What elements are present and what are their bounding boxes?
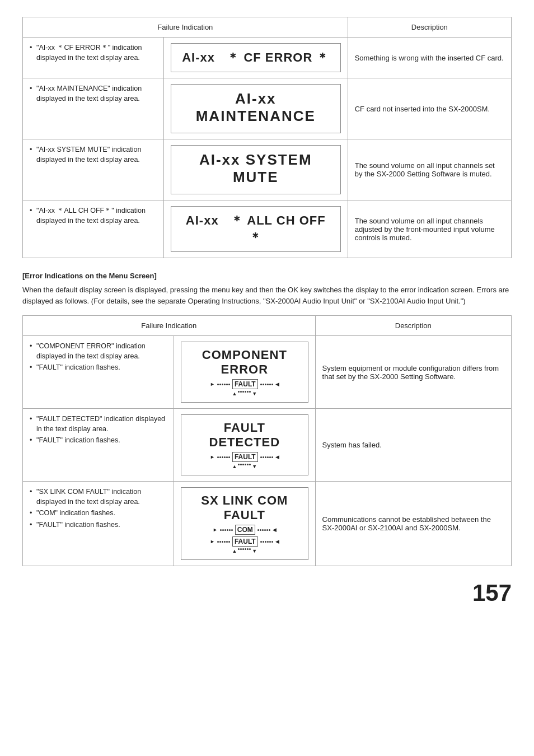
dots-left: [217, 456, 230, 458]
sx-link-display-cell: SX LINK COM FAULT ► COM: [174, 482, 315, 566]
fault-detected-title: FAULT DETECTED: [189, 421, 299, 450]
maintenance-display-cell: AI-xx MAINTENANCE: [163, 78, 348, 139]
sx-link-com-row: ► COM: [189, 525, 299, 535]
sx-link-title: SX LINK COM FAULT: [189, 493, 299, 522]
sx-link-bullets: "SX LINK COM FAULT" indication displayed…: [30, 487, 167, 530]
fault-label: FAULT: [232, 379, 258, 389]
cf-error-description: Something is wrong with the inserted CF …: [348, 38, 511, 78]
error-menu-description: When the default display screen is displ…: [22, 284, 512, 306]
bullet-item: "SX LINK COM FAULT" indication displayed…: [30, 487, 167, 507]
table-row: "AI-xx MAINTENANCE" indication displayed…: [23, 78, 512, 139]
maintenance-description: CF card not inserted into the SX-2000SM.: [348, 78, 511, 139]
system-mute-line1: AI-xx SYSTEM MUTE: [179, 151, 332, 186]
component-error-display-box: COMPONENT ERROR ► FAULT: [181, 342, 308, 403]
fault-detected-indicator-cell: "FAULT DETECTED" indication displayed in…: [23, 409, 174, 482]
dots-right: [260, 541, 273, 543]
bottom-table-failure-header: Failure Indication: [23, 316, 316, 336]
table-row: "AI-xx ＊CF ERROR＊" indication displayed …: [23, 38, 512, 78]
sx-link-indicator-cell: "SX LINK COM FAULT" indication displayed…: [23, 482, 174, 566]
dots-right: [260, 456, 273, 458]
cf-error-line1: AI-xx ＊ CF ERROR ＊: [182, 50, 329, 64]
arrow-left-icon: ►: [210, 454, 215, 460]
table-row: "AI-xx ＊ALL CH OFF＊" indication displaye…: [23, 200, 512, 258]
fault-detected-description: System has failed.: [315, 409, 511, 482]
table-row: "COMPONENT ERROR" indication displayed i…: [23, 336, 512, 409]
bottom-table-description-header: Description: [315, 316, 511, 336]
bottom-arrow-right-icon: ▼: [252, 464, 257, 469]
arrow-left-icon: ►: [213, 527, 218, 533]
bottom-arrow-left-icon: ▲: [232, 548, 237, 554]
component-error-title: COMPONENT ERROR: [189, 348, 299, 377]
sx-link-description: Communications cannot be established bet…: [315, 482, 511, 566]
fault-detected-bullets: "FAULT DETECTED" indication displayed in…: [30, 414, 167, 446]
arrow-left-icon: ►: [210, 539, 215, 544]
system-mute-description: The sound volume on all input channels s…: [348, 139, 511, 200]
table-row: "FAULT DETECTED" indication displayed in…: [23, 409, 512, 482]
dots-right: [257, 529, 270, 531]
error-menu-section: [Error Indications on the Menu Screen] W…: [22, 272, 512, 306]
top-table-failure-header: Failure Indication: [23, 17, 348, 38]
fault-label: FAULT: [232, 536, 258, 547]
bullet-item: "AI-xx SYSTEM MUTE" indication displayed…: [30, 145, 157, 165]
arrow-right-icon: ◀: [275, 454, 279, 460]
bottom-arrow-right-icon: ▼: [252, 548, 257, 554]
arrow-right-icon: ◀: [275, 539, 279, 544]
bottom-arrow-left-icon: ▲: [232, 391, 237, 396]
all-ch-off-display-box: AI-xx ＊ ALL CH OFF ＊: [171, 206, 341, 252]
bottom-dots: [238, 548, 251, 554]
cf-error-display-cell: AI-xx ＊ CF ERROR ＊: [163, 38, 348, 78]
all-ch-off-line1: AI-xx ＊ ALL CH OFF ＊: [186, 213, 326, 244]
dots-left: [220, 529, 233, 531]
fault-detected-display-cell: FAULT DETECTED ► FAULT: [174, 409, 315, 482]
maintenance-bullets: "AI-xx MAINTENANCE" indication displayed…: [30, 84, 157, 104]
bottom-arrow-right-icon: ▼: [252, 391, 257, 396]
dots-left: [217, 541, 230, 543]
bullet-item: "COMPONENT ERROR" indication displayed i…: [30, 342, 167, 361]
bullet-item: "FAULT" indication flashes.: [30, 436, 167, 446]
cf-error-bullets: "AI-xx ＊CF ERROR＊" indication displayed …: [30, 43, 157, 63]
cf-error-indicator-cell: "AI-xx ＊CF ERROR＊" indication displayed …: [23, 38, 164, 78]
bullet-item: "AI-xx MAINTENANCE" indication displayed…: [30, 84, 157, 104]
arrow-right-icon: ◀: [275, 381, 279, 387]
arrow-left-icon: ►: [210, 381, 215, 387]
sx-link-fault-row: ► FAULT: [189, 536, 299, 547]
bottom-arrow-left-icon: ▲: [232, 464, 237, 469]
table-row: "SX LINK COM FAULT" indication displayed…: [23, 482, 512, 566]
fault-label: FAULT: [232, 452, 258, 462]
component-error-fault-row: ► FAULT: [189, 379, 299, 389]
sx-link-display-box: SX LINK COM FAULT ► COM: [181, 487, 308, 560]
bullet-item: "AI-xx ＊CF ERROR＊" indication displayed …: [30, 43, 157, 63]
bullet-item: "FAULT" indication flashes.: [30, 363, 167, 373]
bullet-item: "AI-xx ＊ALL CH OFF＊" indication displaye…: [30, 206, 157, 226]
error-menu-heading: [Error Indications on the Menu Screen]: [22, 272, 512, 280]
arrow-right-icon: ◀: [273, 527, 277, 533]
top-table-description-header: Description: [348, 17, 511, 38]
system-mute-display-box: AI-xx SYSTEM MUTE: [171, 145, 341, 194]
fault-detected-display-box: FAULT DETECTED ► FAULT: [181, 414, 308, 475]
bullet-item: "FAULT DETECTED" indication displayed in…: [30, 414, 167, 434]
fault-detected-fault-row: ► FAULT: [189, 452, 299, 462]
component-error-indicator-cell: "COMPONENT ERROR" indication displayed i…: [23, 336, 174, 409]
system-mute-indicator-cell: "AI-xx SYSTEM MUTE" indication displayed…: [23, 139, 164, 200]
com-label: COM: [235, 525, 255, 535]
component-error-bullets: "COMPONENT ERROR" indication displayed i…: [30, 342, 167, 373]
maintenance-display-box: AI-xx MAINTENANCE: [171, 84, 341, 133]
all-ch-off-display-cell: AI-xx ＊ ALL CH OFF ＊: [163, 200, 348, 258]
bullet-item: "FAULT" indication flashes.: [30, 520, 167, 530]
bottom-failure-table: Failure Indication Description "COMPONEN…: [22, 315, 512, 566]
maintenance-line1: AI-xx MAINTENANCE: [179, 90, 332, 125]
all-ch-off-description: The sound volume on all input channels a…: [348, 200, 511, 258]
maintenance-indicator-cell: "AI-xx MAINTENANCE" indication displayed…: [23, 78, 164, 139]
bottom-dots: [238, 391, 251, 396]
all-ch-off-indicator-cell: "AI-xx ＊ALL CH OFF＊" indication displaye…: [23, 200, 164, 258]
component-error-description: System equipment or module configuration…: [315, 336, 511, 409]
system-mute-display-cell: AI-xx SYSTEM MUTE: [163, 139, 348, 200]
dots-left: [217, 384, 230, 385]
bottom-dots: [238, 464, 251, 469]
dots-right: [260, 384, 273, 385]
table-row: "AI-xx SYSTEM MUTE" indication displayed…: [23, 139, 512, 200]
cf-error-display-box: AI-xx ＊ CF ERROR ＊: [171, 43, 341, 72]
component-error-display-cell: COMPONENT ERROR ► FAULT: [174, 336, 315, 409]
system-mute-bullets: "AI-xx SYSTEM MUTE" indication displayed…: [30, 145, 157, 165]
page-number: 157: [22, 580, 512, 606]
